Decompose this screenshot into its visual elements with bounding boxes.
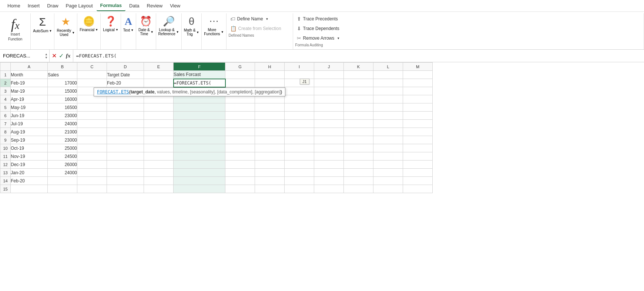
cell-r15-c5[interactable] [174, 185, 225, 193]
more-functions-button[interactable]: ⋯ More Functions ▼ [204, 15, 224, 36]
cell-r8-c7[interactable] [255, 128, 285, 136]
cell-r12-c12[interactable] [403, 161, 433, 169]
cell-r14-c11[interactable] [373, 177, 403, 185]
cell-r8-c6[interactable] [225, 128, 255, 136]
cell-r9-c0[interactable]: Sep-19 [11, 136, 48, 144]
cell-r15-c12[interactable] [403, 185, 433, 193]
cell-r14-c5[interactable] [174, 177, 225, 185]
row-number-10[interactable]: 10 [0, 144, 11, 152]
date-time-button[interactable]: ⏰ Date & Time ▼ [138, 15, 154, 36]
cell-r12-c2[interactable] [77, 161, 107, 169]
cell-r7-c12[interactable] [403, 120, 433, 128]
cell-r11-c11[interactable] [373, 152, 403, 161]
cell-r9-c11[interactable] [373, 136, 403, 144]
cell-r14-c6[interactable] [225, 177, 255, 185]
cell-r3-c12[interactable] [403, 87, 433, 95]
col-header-A[interactable]: A [11, 63, 48, 71]
cell-ref-down-arrow[interactable]: ▼ [45, 56, 48, 59]
cell-r8-c2[interactable] [77, 128, 107, 136]
cell-r13-c5[interactable] [174, 169, 225, 177]
define-name-button[interactable]: 🏷 Define Name ▼ [229, 15, 291, 23]
cell-r9-c12[interactable] [403, 136, 433, 144]
row-number-15[interactable]: 15 [0, 185, 11, 193]
cell-r1-c12[interactable] [403, 71, 433, 79]
cell-r10-c2[interactable] [77, 144, 107, 152]
cell-r15-c4[interactable] [144, 185, 174, 193]
cell-r13-c0[interactable]: Jan-20 [11, 169, 48, 177]
cell-r5-c10[interactable] [344, 103, 373, 112]
financial-button[interactable]: 🪙 Financial ▼ [80, 15, 98, 32]
menu-item-data[interactable]: Data [125, 1, 143, 11]
cell-r10-c0[interactable]: Oct-19 [11, 144, 48, 152]
cell-r13-c7[interactable] [255, 169, 285, 177]
create-from-selection-button[interactable]: 📋 Create from Selection [229, 24, 291, 33]
row-number-6[interactable]: 6 [0, 112, 11, 120]
cell-r9-c6[interactable] [225, 136, 255, 144]
cell-r1-c11[interactable] [373, 71, 403, 79]
cell-r7-c3[interactable] [107, 120, 144, 128]
cell-r14-c3[interactable] [107, 177, 144, 185]
col-header-K[interactable]: K [344, 63, 373, 71]
cell-r8-c10[interactable] [344, 128, 373, 136]
col-header-J[interactable]: J [314, 63, 344, 71]
cell-r14-c1[interactable] [48, 177, 77, 185]
cell-r2-c5[interactable]: =FORECAST.ETS( [174, 79, 225, 87]
cell-r15-c2[interactable] [77, 185, 107, 193]
cell-r8-c8[interactable] [285, 128, 314, 136]
cell-r9-c9[interactable] [314, 136, 344, 144]
cell-r1-c10[interactable] [344, 71, 373, 79]
cell-r4-c1[interactable]: 16000 [48, 95, 77, 103]
cell-r12-c5[interactable] [174, 161, 225, 169]
cell-r14-c0[interactable]: Feb-20 [11, 177, 48, 185]
cell-r2-c4[interactable] [144, 79, 174, 87]
cell-r6-c9[interactable] [314, 112, 344, 120]
cell-r6-c3[interactable] [107, 112, 144, 120]
cell-r14-c9[interactable] [314, 177, 344, 185]
cell-r7-c10[interactable] [344, 120, 373, 128]
col-header-H[interactable]: H [255, 63, 285, 71]
col-header-B[interactable]: B [48, 63, 77, 71]
cell-r6-c0[interactable]: Jun-19 [11, 112, 48, 120]
cell-r7-c6[interactable] [225, 120, 255, 128]
row-number-1[interactable]: 1 [0, 71, 11, 79]
cell-r15-c11[interactable] [373, 185, 403, 193]
cell-r13-c12[interactable] [403, 169, 433, 177]
col-header-L[interactable]: L [373, 63, 403, 71]
cell-r2-c7[interactable] [255, 79, 285, 87]
cell-r12-c8[interactable] [285, 161, 314, 169]
cell-r12-c1[interactable]: 26000 [48, 161, 77, 169]
col-header-E[interactable]: E [144, 63, 174, 71]
formula-input[interactable]: =FORECAST.ETS( [73, 53, 643, 59]
cell-r5-c4[interactable] [144, 103, 174, 112]
cell-r5-c0[interactable]: May-19 [11, 103, 48, 112]
menu-item-insert[interactable]: Insert [24, 1, 44, 11]
row-number-12[interactable]: 12 [0, 161, 11, 169]
cell-r6-c8[interactable] [285, 112, 314, 120]
cell-r6-c4[interactable] [144, 112, 174, 120]
col-header-C[interactable]: C [77, 63, 107, 71]
col-header-F[interactable]: F [174, 63, 225, 71]
cell-r15-c6[interactable] [225, 185, 255, 193]
row-number-11[interactable]: 11 [0, 152, 11, 161]
cell-r10-c5[interactable] [174, 144, 225, 152]
cell-r3-c0[interactable]: Mar-19 [11, 87, 48, 95]
cell-r2-c0[interactable]: Feb-19 [11, 79, 48, 87]
cell-r11-c4[interactable] [144, 152, 174, 161]
cell-r2-c12[interactable] [403, 79, 433, 87]
cell-r9-c1[interactable]: 23000 [48, 136, 77, 144]
cell-r9-c3[interactable] [107, 136, 144, 144]
cell-r5-c2[interactable] [77, 103, 107, 112]
cell-r9-c8[interactable] [285, 136, 314, 144]
cell-r2-c6[interactable] [225, 79, 255, 87]
financial-dropdown-arrow[interactable]: ▼ [95, 28, 98, 32]
more-functions-dropdown-arrow[interactable]: ▼ [221, 30, 224, 34]
row-number-8[interactable]: 8 [0, 128, 11, 136]
cell-r1-c4[interactable] [144, 71, 174, 79]
recently-used-dropdown-arrow[interactable]: ▼ [72, 31, 75, 34]
cell-r7-c8[interactable] [285, 120, 314, 128]
cell-r6-c6[interactable] [225, 112, 255, 120]
cell-r2-c9[interactable] [314, 79, 344, 87]
math-trig-dropdown-arrow[interactable]: ▼ [196, 31, 199, 34]
cell-r3-c9[interactable] [314, 87, 344, 95]
cell-r1-c5[interactable]: Sales Forcast [174, 71, 225, 79]
